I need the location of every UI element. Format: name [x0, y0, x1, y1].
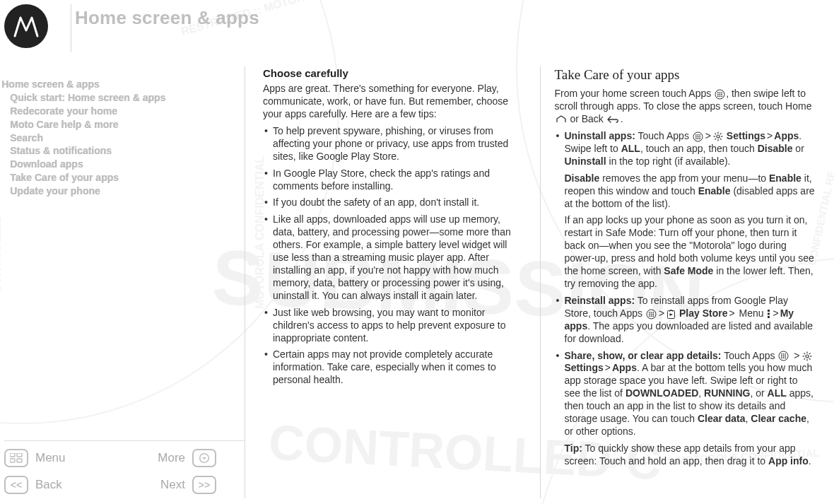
svg-line-64 [809, 358, 810, 360]
svg-point-40 [652, 313, 654, 315]
svg-point-56 [783, 358, 785, 359]
svg-line-31 [720, 139, 722, 140]
svg-point-22 [695, 138, 697, 139]
col2-list: Uninstall apps: Touch Apps > Settings>Ap… [555, 130, 816, 468]
apps-circle-icon [715, 89, 725, 100]
svg-rect-46 [768, 313, 770, 315]
column-divider [540, 66, 541, 498]
menu-label: Menu [35, 451, 66, 465]
svg-line-66 [804, 358, 805, 360]
list-item: Certain apps may not provide completely … [263, 348, 524, 387]
sidebar-item[interactable]: Download apps [10, 158, 206, 171]
apps-circle-icon [646, 309, 657, 320]
svg-point-18 [699, 134, 700, 136]
list-item: Reinstall apps: To reinstall apps from G… [555, 295, 816, 346]
list-item: Share, show, or clear app details: Touch… [555, 350, 816, 468]
gear-icon [713, 131, 723, 141]
col2-intro: From your home screen touch Apps , then … [555, 88, 816, 126]
back-arrow-icon [607, 116, 620, 123]
svg-point-10 [720, 94, 721, 95]
svg-point-7 [720, 92, 721, 93]
svg-point-43 [652, 315, 654, 317]
page-nav: Menu More << Back Next >> [4, 449, 216, 494]
svg-point-42 [651, 315, 652, 317]
svg-point-38 [649, 313, 650, 315]
gear-icon [802, 351, 812, 361]
sidebar-toc: Home screen & apps Quick start: Home scr… [1, 78, 206, 198]
svg-point-11 [721, 94, 722, 95]
svg-point-17 [697, 134, 698, 136]
apps-circle-icon [693, 131, 703, 142]
svg-line-33 [715, 139, 716, 140]
svg-point-36 [651, 312, 652, 313]
list-item: If you doubt the safety of an app, don't… [263, 197, 524, 209]
svg-point-53 [783, 356, 785, 357]
next-label: Next [160, 478, 185, 492]
svg-point-55 [781, 358, 782, 359]
header-divider [71, 4, 71, 52]
nav-divider [4, 440, 245, 441]
svg-rect-47 [768, 316, 770, 318]
page-header: Home screen & apps [0, 0, 834, 55]
svg-point-9 [717, 94, 719, 95]
column-divider-left [245, 66, 245, 498]
svg-point-19 [695, 136, 697, 137]
svg-point-23 [697, 138, 698, 139]
sidebar-heading[interactable]: Home screen & apps [1, 78, 206, 91]
back-button[interactable]: << [4, 476, 28, 494]
svg-point-52 [781, 356, 782, 357]
list-item: In Google Play Store, check the app's ra… [263, 168, 524, 193]
svg-line-32 [720, 134, 722, 135]
svg-point-50 [783, 353, 785, 355]
svg-point-25 [717, 135, 720, 138]
svg-point-14 [721, 95, 722, 97]
svg-point-12 [717, 95, 719, 97]
svg-rect-45 [768, 310, 770, 312]
sub-paragraph: Disable removes the app from your menu—t… [565, 172, 816, 211]
col1-list: To help prevent spyware, phishing, or vi… [263, 125, 524, 387]
svg-rect-2 [10, 459, 15, 462]
col2-heading: Take Care of your apps [555, 66, 816, 83]
svg-point-13 [720, 95, 721, 97]
menu-dots-icon [767, 309, 770, 319]
page-title: Home screen & apps [75, 7, 259, 29]
play-store-icon [666, 309, 676, 319]
sidebar-item[interactable]: Status & notifications [10, 144, 206, 158]
home-icon [556, 115, 567, 124]
svg-point-54 [785, 356, 787, 357]
svg-line-63 [804, 353, 805, 354]
column-1: Choose carefully Apps are great. There's… [250, 66, 539, 498]
menu-button[interactable] [4, 449, 28, 467]
svg-line-30 [715, 134, 716, 135]
sidebar-item[interactable]: Quick start: Home screen & apps [10, 91, 206, 105]
sidebar-item[interactable]: Search [10, 131, 206, 145]
column-2: Take Care of your apps From your home sc… [542, 66, 830, 498]
svg-rect-0 [10, 453, 15, 457]
sidebar-item[interactable]: Update your phone [10, 184, 206, 198]
list-item: Uninstall apps: Touch Apps > Settings>Ap… [555, 130, 816, 291]
svg-point-35 [649, 312, 650, 313]
svg-point-21 [699, 136, 700, 137]
sidebar-item[interactable]: Take Care of your apps [10, 171, 206, 184]
sidebar-item[interactable]: Moto Care help & more [10, 118, 206, 131]
apps-circle-icon [778, 351, 789, 361]
motorola-logo [4, 4, 48, 48]
svg-point-39 [651, 313, 652, 315]
list-item: Just like web browsing, you may want to … [263, 307, 524, 345]
sidebar-item[interactable]: Redecorate your home [10, 105, 206, 118]
svg-point-49 [781, 353, 782, 355]
svg-point-41 [649, 315, 650, 317]
svg-rect-3 [17, 459, 22, 462]
list-item: Like all apps, downloaded apps will use … [263, 213, 524, 302]
svg-point-57 [785, 358, 787, 359]
next-button[interactable]: >> [192, 476, 216, 494]
more-button[interactable] [192, 449, 216, 467]
more-label: More [158, 451, 185, 465]
sub-paragraph: If an app locks up your phone as soon as… [565, 214, 816, 290]
col1-intro: Apps are great. There's something for ev… [263, 83, 524, 121]
svg-point-8 [721, 92, 722, 93]
back-label: Back [35, 478, 62, 492]
col1-heading: Choose carefully [263, 66, 524, 80]
svg-point-24 [699, 138, 700, 139]
content-columns: Choose carefully Apps are great. There's… [250, 66, 830, 498]
